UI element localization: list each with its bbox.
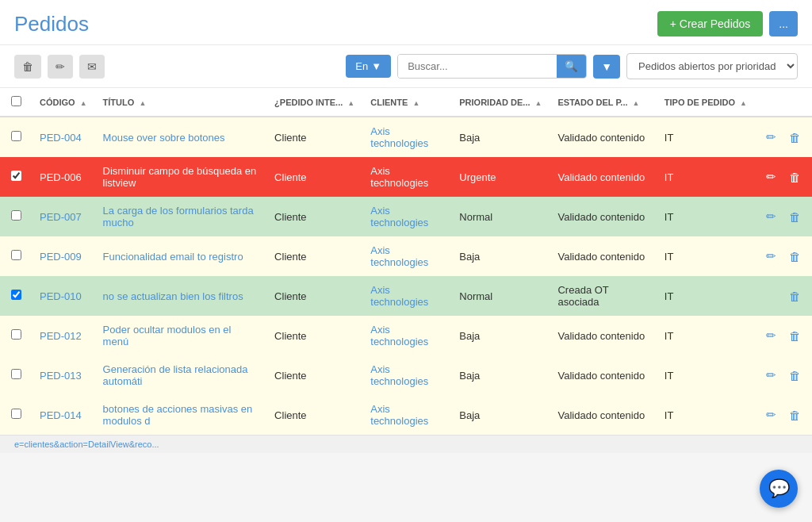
row-codigo: PED-014 xyxy=(32,395,95,435)
search-button[interactable]: 🔍 xyxy=(557,55,586,78)
row-tipo: IT xyxy=(657,197,755,236)
sort-arrow-codigo: ▲ xyxy=(80,99,87,107)
row-edit-button[interactable]: ✏ xyxy=(763,129,779,146)
row-delete-button[interactable]: 🗑 xyxy=(786,407,804,424)
row-delete-button[interactable]: 🗑 xyxy=(786,129,804,146)
row-estado: Validado contenido xyxy=(550,236,656,276)
row-prioridad: Baja xyxy=(451,316,550,355)
row-tipo: IT xyxy=(657,236,755,276)
create-pedidos-button[interactable]: + Crear Pedidos xyxy=(657,11,764,36)
row-edit-button[interactable]: ✏ xyxy=(763,248,779,265)
row-cliente-link[interactable]: Axis technologies xyxy=(370,363,428,387)
delete-toolbar-button[interactable]: 🗑 xyxy=(14,55,41,79)
row-tipo: IT xyxy=(657,117,755,157)
filter-select[interactable]: Pedidos abiertos por prioridad xyxy=(626,53,798,79)
header-actions: + Crear Pedidos ... xyxy=(657,11,798,36)
row-checkbox-cell xyxy=(0,117,32,157)
row-tipo: IT xyxy=(657,395,755,435)
row-delete-button[interactable]: 🗑 xyxy=(786,209,804,225)
row-checkbox[interactable] xyxy=(11,131,21,141)
row-delete-button[interactable]: 🗑 xyxy=(786,328,804,344)
row-actions: ✏🗑 xyxy=(755,395,812,435)
row-titulo-link[interactable]: La carga de los formularios tarda mucho xyxy=(103,205,254,228)
table-row: PED-009Funcionalidad email to registroCl… xyxy=(0,236,812,276)
row-titulo-link[interactable]: no se actualizan bien los filtros xyxy=(103,290,243,302)
row-cliente: Axis technologies xyxy=(362,117,451,157)
row-edit-button[interactable]: ✏ xyxy=(763,168,779,186)
row-actions: ✏🗑 xyxy=(755,355,812,395)
table-row: PED-014botones de acciones masivas en mo… xyxy=(0,395,812,435)
row-pedido-inte: Cliente xyxy=(266,236,362,276)
row-checkbox[interactable] xyxy=(11,369,21,379)
row-codigo: PED-007 xyxy=(32,197,95,236)
header-pedido-inte[interactable]: ¿PEDIDO INTE... ▲ xyxy=(266,88,362,117)
sort-arrow-prioridad: ▲ xyxy=(535,99,542,107)
row-cliente-link[interactable]: Axis technologies xyxy=(370,403,428,427)
row-cliente-link[interactable]: Axis technologies xyxy=(370,244,428,268)
sort-arrow-titulo: ▲ xyxy=(139,99,146,107)
row-titulo: Funcionalidad email to registro xyxy=(95,236,267,276)
row-edit-button[interactable]: ✏ xyxy=(763,327,779,344)
header-estado[interactable]: ESTADO DEL P... ▲ xyxy=(550,88,656,117)
table-body: PED-004Mouse over sobre botonesClienteAx… xyxy=(0,117,812,435)
row-prioridad: Normal xyxy=(451,276,550,316)
row-delete-button[interactable]: 🗑 xyxy=(786,367,804,384)
row-checkbox[interactable] xyxy=(11,250,21,260)
row-edit-button[interactable]: ✏ xyxy=(763,208,779,225)
toolbar: 🗑 ✏ ✉ En ▼ 🔍 ▼ Pedidos abiertos por prio… xyxy=(0,44,812,88)
select-all-checkbox[interactable] xyxy=(11,96,21,106)
row-prioridad: Baja xyxy=(451,236,550,276)
row-titulo-link[interactable]: Funcionalidad email to registro xyxy=(103,251,243,263)
row-codigo: PED-009 xyxy=(32,236,95,276)
row-estado: Validado contenido xyxy=(550,355,656,395)
row-titulo-link[interactable]: Disminuir campo de búsqueda en listview xyxy=(103,165,257,189)
header-tipo[interactable]: TIPO DE PEDIDO ▲ xyxy=(657,88,755,117)
edit-toolbar-button[interactable]: ✏ xyxy=(48,55,73,79)
header-prioridad[interactable]: PRIORIDAD DE... ▲ xyxy=(451,88,550,117)
row-checkbox-cell xyxy=(0,157,32,197)
header-titulo[interactable]: TÍTULO ▲ xyxy=(95,88,267,117)
row-delete-button[interactable]: 🗑 xyxy=(786,288,804,305)
status-bar: e=clientes&action=DetailView&reco... xyxy=(0,435,812,453)
row-titulo-link[interactable]: Poder ocultar modulos en el menú xyxy=(103,324,232,347)
search-input[interactable] xyxy=(398,55,557,78)
row-cliente-link[interactable]: Axis technologies xyxy=(370,284,428,308)
row-actions: ✏🗑 xyxy=(755,117,812,157)
row-codigo: PED-010 xyxy=(32,276,95,316)
row-pedido-inte: Cliente xyxy=(266,117,362,157)
row-checkbox-cell xyxy=(0,355,32,395)
row-delete-button[interactable]: 🗑 xyxy=(786,169,804,186)
row-checkbox[interactable] xyxy=(11,290,21,300)
row-delete-button[interactable]: 🗑 xyxy=(786,248,804,265)
row-codigo: PED-004 xyxy=(32,117,95,157)
header-cliente[interactable]: CLIENTE ▲ xyxy=(362,88,451,117)
row-actions: 🗑 xyxy=(755,276,812,316)
row-cliente-link[interactable]: Axis technologies xyxy=(370,125,428,149)
row-titulo: La carga de los formularios tarda mucho xyxy=(95,197,267,236)
row-prioridad: Baja xyxy=(451,117,550,157)
row-cliente: Axis technologies xyxy=(362,197,451,236)
header-codigo[interactable]: CÓDIGO ▲ xyxy=(32,88,95,117)
row-pedido-inte: Cliente xyxy=(266,395,362,435)
row-cliente-link[interactable]: Axis technologies xyxy=(370,205,428,228)
row-checkbox[interactable] xyxy=(11,329,21,340)
row-cliente-link[interactable]: Axis technologies xyxy=(370,324,428,347)
row-checkbox[interactable] xyxy=(11,171,21,181)
filter-button[interactable]: ▼ xyxy=(593,55,620,79)
row-edit-button[interactable]: ✏ xyxy=(763,406,779,424)
row-edit-button[interactable]: ✏ xyxy=(763,367,779,384)
lang-label: En xyxy=(355,60,368,72)
status-text: e=clientes&action=DetailView&reco... xyxy=(14,439,159,449)
email-toolbar-button[interactable]: ✉ xyxy=(79,55,105,79)
more-options-button[interactable]: ... xyxy=(769,11,798,36)
row-titulo-link[interactable]: Generación de lista relacionada automáti xyxy=(103,363,248,387)
row-cliente-link[interactable]: Axis technologies xyxy=(370,165,428,189)
row-titulo-link[interactable]: Mouse over sobre botones xyxy=(103,132,225,144)
row-checkbox[interactable] xyxy=(11,409,21,419)
row-titulo: Poder ocultar modulos en el menú xyxy=(95,316,267,355)
row-titulo-link[interactable]: botones de acciones masivas en modulos d xyxy=(103,403,253,427)
row-checkbox[interactable] xyxy=(11,210,21,221)
row-tipo: IT xyxy=(657,157,755,197)
language-selector[interactable]: En ▼ xyxy=(346,55,391,78)
row-actions: ✏🗑 xyxy=(755,236,812,276)
